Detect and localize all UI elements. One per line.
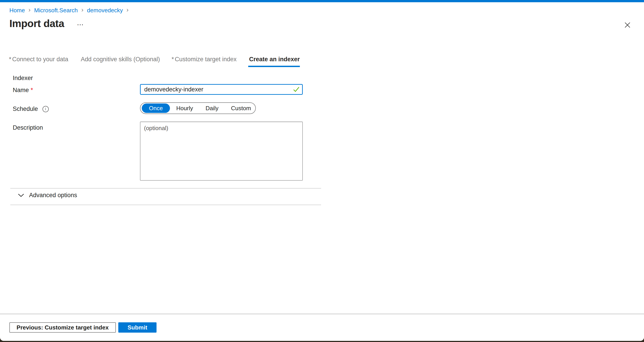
tab-required-marker: *: [9, 56, 12, 62]
divider: [10, 188, 321, 189]
description-label: Description: [13, 124, 43, 131]
indexer-section-title: Indexer: [13, 75, 33, 82]
breadcrumb-microsoft-search[interactable]: Microsoft.Search: [34, 7, 78, 14]
breadcrumb-separator-icon: ›: [28, 7, 30, 14]
schedule-option-once[interactable]: Once: [142, 104, 170, 113]
page-title: Import data: [10, 18, 64, 30]
schedule-option-custom[interactable]: Custom: [225, 104, 258, 113]
chevron-down-icon: [18, 194, 24, 197]
tab-label: Add cognitive skills (Optional): [81, 56, 160, 62]
schedule-toggle-group: Once Hourly Daily Custom: [140, 102, 256, 114]
close-button[interactable]: [623, 20, 632, 30]
name-field-wrapper: [140, 84, 303, 95]
schedule-option-daily[interactable]: Daily: [199, 104, 225, 113]
tab-label: Customize target index: [175, 56, 236, 62]
tab-add-cognitive-skills[interactable]: Add cognitive skills (Optional): [80, 56, 160, 67]
tab-label: Connect to your data: [12, 56, 68, 62]
required-asterisk: *: [31, 87, 33, 94]
tab-required-marker: *: [172, 56, 174, 62]
advanced-options-label: Advanced options: [29, 192, 77, 199]
schedule-label: Schedule i: [13, 106, 49, 112]
tab-label: Create an indexer: [249, 56, 300, 62]
top-accent-bar: [0, 0, 644, 2]
more-options-icon[interactable]: ⋯: [77, 20, 84, 28]
name-label-text: Name: [13, 87, 29, 94]
breadcrumb-demovedecky[interactable]: demovedecky: [87, 7, 123, 14]
tab-customize-target-index[interactable]: *Customize target index: [172, 56, 236, 67]
close-icon: [624, 22, 631, 28]
tab-create-an-indexer[interactable]: Create an indexer: [248, 56, 300, 67]
wizard-tabs: *Connect to your data Add cognitive skil…: [9, 56, 300, 67]
advanced-options-toggle[interactable]: Advanced options: [18, 192, 77, 199]
info-icon[interactable]: i: [42, 106, 49, 112]
import-data-panel: Home › Microsoft.Search › demovedecky › …: [0, 0, 644, 341]
submit-button[interactable]: Submit: [118, 322, 156, 332]
tab-connect-to-your-data[interactable]: *Connect to your data: [9, 56, 68, 67]
name-label: Name*: [13, 87, 33, 94]
breadcrumb-home[interactable]: Home: [10, 7, 25, 14]
breadcrumb-separator-icon: ›: [82, 7, 84, 14]
previous-step-button[interactable]: Previous: Customize target index: [10, 322, 116, 332]
divider: [10, 204, 321, 205]
description-textarea[interactable]: [140, 122, 303, 180]
schedule-label-text: Schedule: [13, 106, 38, 112]
schedule-option-hourly[interactable]: Hourly: [170, 104, 199, 113]
indexer-name-input[interactable]: [140, 84, 303, 95]
footer-separator: [0, 314, 644, 314]
breadcrumb-separator-icon: ›: [126, 7, 128, 14]
breadcrumb: Home › Microsoft.Search › demovedecky ›: [10, 7, 132, 14]
valid-check-icon: [293, 86, 300, 92]
